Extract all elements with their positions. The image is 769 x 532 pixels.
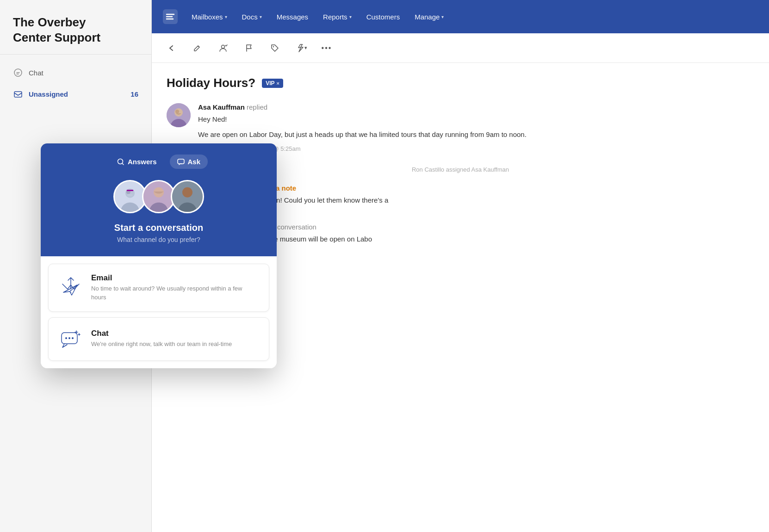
svg-point-28 [72,337,74,339]
nav-docs[interactable]: Docs ▾ [236,9,268,25]
widget-tab-answers[interactable]: Answers [110,155,164,169]
conversation-title: Holiday Hours? [167,76,255,90]
chat-channel-name: Chat [91,329,232,338]
widget-tab-ask[interactable]: Ask [170,155,208,169]
nav-mailboxes[interactable]: Mailboxes ▾ [185,9,234,25]
ellipsis-icon: ••• [322,44,332,52]
app-logo[interactable] [163,9,178,24]
message-text-asa-1: Hey Ned! [198,114,754,124]
message-body-ned: Ned Hopkins started the conversation Hi!… [198,223,754,249]
conversation-title-row: Holiday Hours? VIP × [167,76,754,90]
mailboxes-chevron: ▾ [225,14,227,19]
sidebar-item-unassigned[interactable]: Unassigned 16 [0,83,151,105]
vip-badge: VIP × [262,79,283,88]
message-body-ron: Ron Castillo added a note @asa We will b… [211,184,754,210]
edit-button[interactable] [189,40,205,56]
email-channel-icon [59,276,83,300]
svg-rect-18 [128,194,133,197]
nav-manage[interactable]: Manage ▾ [408,9,450,25]
mail-icon [13,89,23,99]
widget-header: Answers Ask [41,143,277,256]
svg-point-27 [68,337,70,339]
more-button[interactable]: ••• [318,40,335,56]
action-asa: replied [247,103,267,111]
action-button[interactable]: ▾ [292,40,309,56]
widget-overlay: Answers Ask [41,143,277,368]
ask-tab-label: Ask [188,158,201,166]
sidebar-item-chat[interactable]: Chat [0,62,151,83]
nav-customers[interactable]: Customers [360,9,407,25]
answers-tab-label: Answers [128,158,157,166]
email-channel-info: Email No time to wait around? We usually… [91,273,259,302]
toolbar: ▾ ••• [152,33,769,63]
widget-avatars [113,180,204,213]
docs-chevron: ▾ [260,14,262,19]
unassigned-count: 16 [130,90,138,98]
reports-chevron: ▾ [349,14,352,19]
message-body-asa: Asa Kauffman replied Hey Ned! We are ope… [198,103,754,153]
manage-chevron: ▾ [441,14,444,19]
svg-rect-19 [127,190,134,191]
email-channel-desc: No time to wait around? We usually respo… [91,285,259,302]
vip-remove-button[interactable]: × [276,80,279,86]
message-header-ron: Ron Castillo added a note [211,184,754,192]
back-button[interactable] [163,40,180,56]
sidebar-item-unassigned-label: Unassigned [29,90,68,98]
chat-channel-desc: We're online right now, talk with our te… [91,340,232,349]
svg-rect-1 [14,92,22,97]
widget-title: Start a conversation [114,223,203,233]
author-asa: Asa Kauffman [198,103,247,111]
sidebar-title: The OverbeyCenter Support [13,15,138,45]
widget-avatar-3 [171,180,204,213]
avatar-asa [167,103,191,127]
nav-messages[interactable]: Messages [270,9,315,25]
email-channel-name: Email [91,273,259,283]
svg-point-4 [273,46,274,47]
widget-channel-email[interactable]: Email No time to wait around? We usually… [48,264,269,312]
sidebar-header: The OverbeyCenter Support [0,0,151,55]
message-header-ned: Ned Hopkins started the conversation [198,223,754,231]
assign-button[interactable] [215,40,231,56]
tag-button[interactable] [267,40,283,56]
widget-subtitle: What channel do you prefer? [117,236,200,243]
svg-rect-14 [178,159,184,164]
svg-point-23 [182,187,192,198]
widget-channels: Email No time to wait around? We usually… [41,256,277,368]
top-nav: Mailboxes ▾ Docs ▾ Messages Reports ▾ Cu… [152,0,769,33]
message-text-asa-2: We are open on Labor Day, but just a hea… [198,129,754,140]
chat-channel-info: Chat We're online right now, talk with o… [91,329,232,349]
message-text-ron: @asa We will be open! Could you let them… [211,195,754,205]
flag-button[interactable] [241,40,257,56]
message-meta-asa: 👁 Customer viewed today @ 5:25am [198,145,754,153]
sidebar-nav: Chat Unassigned 16 [0,55,151,112]
action-chevron: ▾ [304,45,307,51]
svg-point-3 [222,45,225,48]
chat-icon [13,68,23,78]
widget-tabs: Answers Ask [110,155,208,169]
widget-channel-chat[interactable]: Chat We're online right now, talk with o… [48,317,269,361]
sidebar-item-chat-label: Chat [29,69,43,77]
svg-point-7 [175,110,179,113]
nav-reports[interactable]: Reports ▾ [316,9,358,25]
chat-channel-icon [59,327,83,351]
message-text-ned: Hi! – Just wondering if the museum will … [198,234,754,244]
svg-point-26 [65,337,67,339]
message-header-asa: Asa Kauffman replied [198,103,754,111]
